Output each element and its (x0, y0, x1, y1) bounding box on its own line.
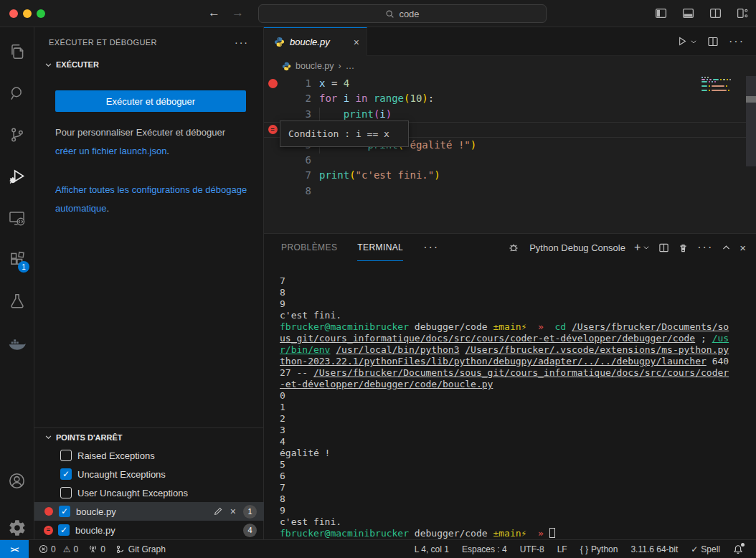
terminal-dropdown-chevron-icon[interactable] (643, 244, 650, 251)
conditional-breakpoint-icon[interactable]: = (268, 125, 278, 134)
run-dropdown-chevron-icon[interactable] (690, 38, 697, 45)
gutter-conditional-breakpoint[interactable]: = (264, 122, 281, 137)
breakpoints-header[interactable]: POINTS D'ARRÊT (34, 427, 264, 446)
file-breakpoint-row[interactable]: =✓boucle.py4 (34, 521, 264, 539)
settings-gear-icon[interactable] (0, 514, 34, 542)
checkbox[interactable]: ✓ (60, 468, 72, 480)
back-arrow-icon[interactable]: ← (208, 6, 220, 20)
terminal-line: 7 (280, 275, 750, 287)
breadcrumb[interactable]: boucle.py › … (264, 56, 756, 76)
code-line-7[interactable]: 7print("c'est fini.") (264, 168, 756, 183)
remove-breakpoint-icon[interactable]: × (230, 506, 236, 517)
sidebar-more-actions[interactable]: ··· (235, 37, 249, 48)
line-number[interactable]: 2 (281, 91, 311, 106)
run-and-debug-icon[interactable] (0, 162, 34, 191)
gutter[interactable] (264, 91, 281, 106)
section-executer[interactable]: EXÉCUTER (44, 60, 99, 69)
split-editor-layout-icon[interactable] (709, 7, 722, 19)
terminal-output[interactable]: 789c'est fini.fbrucker@macminibrucker de… (280, 275, 750, 539)
checkbox[interactable] (60, 487, 72, 498)
forward-arrow-icon[interactable]: → (232, 6, 244, 20)
kill-terminal-trash-icon[interactable] (678, 242, 689, 253)
show-all-configs-link[interactable]: Afficher toutes les configurations de dé… (55, 184, 247, 214)
new-terminal-icon[interactable]: + (634, 241, 641, 254)
minimize-window-button[interactable] (23, 9, 32, 18)
account-icon[interactable] (0, 466, 34, 495)
gutter-breakpoint[interactable] (264, 76, 281, 91)
zoom-window-button[interactable] (37, 9, 45, 18)
git-graph-status[interactable]: Git Graph (115, 544, 166, 554)
gutter[interactable] (264, 184, 281, 199)
create-launch-json-link[interactable]: créer un fichier launch.json (55, 146, 166, 156)
breakpoint-icon[interactable] (268, 79, 278, 88)
explorer-icon[interactable] (0, 37, 34, 66)
terminal-name[interactable]: Python Debug Console (529, 242, 625, 253)
exception-breakpoint-row[interactable]: User Uncaught Exceptions (34, 483, 264, 502)
line-number[interactable]: 7 (281, 168, 311, 183)
language-mode[interactable]: { } Python (580, 544, 618, 554)
code-line-3[interactable]: 3 print(i) (264, 107, 756, 122)
cursor-position[interactable]: L 4, col 1 (415, 544, 449, 554)
run-python-file-icon[interactable] (676, 35, 688, 47)
tab-problems[interactable]: PROBLÈMES (281, 234, 337, 261)
toggle-panel-icon[interactable] (682, 7, 694, 19)
testing-icon[interactable] (0, 287, 34, 316)
breadcrumb-symbol[interactable]: … (346, 61, 355, 71)
line-number[interactable]: 6 (281, 153, 311, 168)
remote-explorer-icon[interactable] (0, 204, 34, 232)
file-breakpoint-row[interactable]: ✓boucle.py×1 (34, 502, 264, 521)
eol[interactable]: LF (557, 544, 567, 554)
remote-indicator[interactable]: >< (0, 540, 29, 558)
editor-scrollbar[interactable] (746, 76, 756, 166)
exception-breakpoint-row[interactable]: ✓Uncaught Exceptions (34, 465, 264, 483)
terminal-line: 27 -- /Users/fbrucker/Documents/sous_git… (280, 367, 750, 379)
command-center-search[interactable]: code (258, 4, 547, 23)
gutter[interactable] (264, 168, 281, 183)
split-editor-icon[interactable] (707, 36, 719, 47)
edit-breakpoint-pencil-icon[interactable] (213, 506, 223, 516)
customize-layout-icon[interactable] (737, 7, 749, 19)
code-line-1[interactable]: 1x = 4 (264, 76, 756, 91)
split-terminal-icon[interactable] (658, 242, 669, 253)
source-control-icon[interactable] (0, 120, 34, 149)
code-line-6[interactable]: 6 (264, 153, 756, 168)
line-number[interactable]: 1 (281, 76, 311, 91)
tab-close-icon[interactable]: × (354, 37, 359, 48)
minimap[interactable] (700, 77, 737, 94)
code-line-2[interactable]: 2for i in range(10): (264, 91, 756, 106)
panel-more-tabs-icon[interactable]: ··· (423, 241, 439, 254)
encoding[interactable]: UTF-8 (520, 544, 544, 554)
editor-more-actions-icon[interactable]: ··· (729, 35, 745, 48)
search-icon[interactable] (0, 79, 34, 108)
conditional-breakpoint-icon: = (44, 526, 53, 535)
notifications-bell[interactable] (733, 544, 743, 554)
gutter[interactable] (264, 153, 281, 168)
line-number[interactable]: 8 (281, 184, 311, 199)
run-and-debug-button[interactable]: Exécuter et déboguer (55, 90, 246, 112)
breadcrumb-file[interactable]: boucle.py (296, 61, 334, 71)
close-panel-icon[interactable]: × (740, 242, 746, 254)
gutter[interactable] (264, 138, 281, 153)
checkbox[interactable] (60, 450, 72, 461)
docker-icon[interactable] (0, 328, 34, 357)
ports-status[interactable]: 0 (88, 544, 105, 554)
toggle-sidebar-icon[interactable] (655, 7, 667, 19)
tab-terminal[interactable]: TERMINAL (357, 234, 403, 261)
indentation[interactable]: Espaces : 4 (462, 544, 507, 554)
line-number[interactable]: 3 (281, 107, 311, 122)
exception-breakpoint-row[interactable]: Raised Exceptions (34, 446, 264, 465)
checkbox[interactable]: ✓ (58, 524, 70, 536)
gutter[interactable] (264, 107, 281, 122)
code-line-8[interactable]: 8 (264, 184, 756, 199)
tab-boucle-py[interactable]: boucle.py × (264, 27, 367, 56)
spell-checker[interactable]: ✓ Spell (691, 544, 720, 554)
checkbox[interactable]: ✓ (59, 506, 70, 517)
maximize-panel-chevron-icon[interactable] (722, 243, 731, 252)
code-text (311, 153, 319, 168)
extensions-icon[interactable]: 1 (0, 245, 34, 274)
python-interpreter[interactable]: 3.11.6 64-bit (630, 544, 678, 554)
terminal-line: 2 (280, 413, 750, 425)
problems-status[interactable]: 0 ⚠ 0 (39, 544, 78, 554)
close-window-button[interactable] (9, 9, 18, 18)
panel-more-actions-icon[interactable]: ··· (697, 241, 713, 254)
